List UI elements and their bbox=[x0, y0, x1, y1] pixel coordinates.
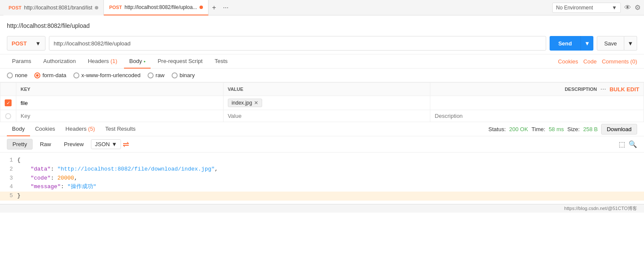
key-cell-1 bbox=[16, 96, 224, 110]
key-input-1[interactable] bbox=[21, 100, 219, 106]
radio-form-data bbox=[34, 72, 40, 78]
method-selector[interactable]: POST ▼ bbox=[7, 36, 45, 51]
tab-headers[interactable]: Headers (1) bbox=[83, 54, 123, 69]
json-line-3: 3 "code": 20000, bbox=[0, 174, 644, 183]
time-label: Time: bbox=[532, 126, 545, 132]
url-bar-area: http://localhost:8082/file/upload bbox=[0, 15, 644, 33]
more-options-button[interactable]: ··· bbox=[600, 85, 606, 93]
body-type-binary[interactable]: binary bbox=[172, 72, 195, 78]
tab-tests[interactable]: Tests bbox=[209, 54, 233, 69]
send-arrow-button[interactable]: ▼ bbox=[581, 36, 593, 51]
row-checkbox-2[interactable] bbox=[0, 110, 16, 122]
description-cell-1[interactable] bbox=[430, 96, 644, 110]
response-tab-cookies[interactable]: Cookies bbox=[30, 122, 60, 136]
url-input[interactable] bbox=[49, 36, 546, 51]
file-name: index.jpg bbox=[232, 100, 252, 106]
checkbox-checked bbox=[5, 99, 12, 106]
col-value: VALUE bbox=[223, 83, 430, 96]
tab-params[interactable]: Params bbox=[7, 54, 36, 69]
top-right: No Environment ▼ 👁 ⚙ bbox=[552, 3, 641, 13]
radio-raw bbox=[148, 72, 154, 78]
code-link[interactable]: Code bbox=[584, 58, 597, 65]
tab-actions: + ··· bbox=[210, 2, 230, 13]
save-button[interactable]: Save bbox=[597, 36, 624, 51]
gear-icon-button[interactable]: ⚙ bbox=[635, 3, 641, 12]
form-data-table: KEY VALUE DESCRIPTION ··· Bulk Edit inde… bbox=[0, 82, 644, 122]
size-label: Size: bbox=[567, 126, 580, 132]
description-cell-2 bbox=[430, 110, 644, 122]
json-toolbar: Pretty Raw Preview JSON ▼ ⇌ ⬚ 🔍 bbox=[0, 136, 644, 153]
chevron-down-icon: ▼ bbox=[35, 40, 41, 47]
value-input-2[interactable] bbox=[228, 113, 426, 119]
json-line-1: 1 { bbox=[0, 156, 644, 165]
remove-file-button[interactable]: ✕ bbox=[254, 100, 258, 106]
value-cell-1: index.jpg ✕ bbox=[223, 96, 430, 110]
copy-button[interactable]: ⬚ bbox=[619, 140, 625, 148]
environment-selector[interactable]: No Environment ▼ bbox=[552, 3, 621, 13]
key-cell-2 bbox=[16, 110, 224, 122]
tab-dot-1 bbox=[95, 6, 98, 9]
line-number-1: 1 bbox=[0, 156, 17, 165]
more-tabs-button[interactable]: ··· bbox=[221, 2, 230, 13]
tab-2[interactable]: POST http://localhost:8082/file/uploa... bbox=[104, 0, 209, 15]
request-tabs: Params Authorization Headers (1) Body ● … bbox=[0, 54, 644, 69]
table-row bbox=[0, 110, 644, 122]
tab-prerequest[interactable]: Pre-request Script bbox=[152, 54, 208, 69]
radio-urlencoded bbox=[73, 72, 79, 78]
eye-icon-button[interactable]: 👁 bbox=[624, 4, 631, 12]
key-input-2[interactable] bbox=[21, 113, 219, 119]
response-tab-headers[interactable]: Headers (5) bbox=[60, 122, 100, 136]
tab-1[interactable]: POST http://localhost:8081/brand/list bbox=[3, 0, 104, 15]
checkbox-empty bbox=[5, 113, 11, 119]
radio-binary bbox=[172, 72, 178, 78]
comments-link[interactable]: Comments (0) bbox=[602, 58, 637, 65]
row-checkbox-1[interactable] bbox=[0, 96, 16, 110]
status-label: Status: bbox=[488, 126, 505, 132]
response-tab-test-results[interactable]: Test Results bbox=[100, 122, 141, 136]
request-bar: POST ▼ Send ▼ Save ▼ bbox=[0, 33, 644, 54]
tab-authorization[interactable]: Authorization bbox=[38, 54, 81, 69]
body-type-form-data[interactable]: form-data bbox=[34, 72, 67, 78]
chevron-down-icon: ▼ bbox=[612, 5, 617, 11]
bulk-edit-button[interactable]: Bulk Edit bbox=[610, 86, 639, 93]
body-type-raw[interactable]: raw bbox=[148, 72, 165, 78]
cookies-link[interactable]: Cookies bbox=[558, 58, 578, 65]
download-button[interactable]: Download bbox=[601, 124, 637, 135]
json-actions: ⬚ 🔍 bbox=[619, 140, 637, 148]
pretty-view-button[interactable]: Pretty bbox=[7, 139, 33, 150]
tab-body[interactable]: Body ● bbox=[124, 54, 151, 69]
json-line-4: 4 "message": "操作成功" bbox=[0, 183, 644, 192]
line-number-2: 2 bbox=[0, 165, 17, 174]
json-line-2: 2 "data": "http://localhost:8082/file/do… bbox=[0, 165, 644, 174]
wrap-button[interactable]: ⇌ bbox=[123, 140, 129, 149]
footer-right: https://blog.csdn.net/@51CTO博客 bbox=[564, 205, 637, 212]
page-title: http://localhost:8082/file/upload bbox=[7, 19, 637, 33]
line-number-5: 5 bbox=[0, 192, 17, 201]
new-tab-button[interactable]: + bbox=[210, 2, 218, 13]
response-tab-body[interactable]: Body bbox=[7, 122, 30, 136]
status-value: 200 OK bbox=[509, 126, 528, 132]
size-value: 258 B bbox=[583, 126, 598, 132]
description-input-2[interactable] bbox=[435, 113, 639, 119]
radio-none bbox=[7, 72, 13, 78]
preview-view-button[interactable]: Preview bbox=[58, 139, 89, 150]
save-arrow-button[interactable]: ▼ bbox=[624, 36, 637, 51]
file-tag: index.jpg ✕ bbox=[228, 99, 262, 107]
method-label: POST bbox=[12, 40, 27, 47]
format-selector[interactable]: JSON ▼ bbox=[91, 139, 121, 149]
raw-view-button[interactable]: Raw bbox=[34, 139, 57, 150]
send-button[interactable]: Send bbox=[550, 36, 581, 51]
tab-bar: POST http://localhost:8081/brand/list PO… bbox=[0, 0, 644, 15]
tab-url-2: http://localhost:8082/file/uploa... bbox=[124, 4, 197, 10]
body-type-none[interactable]: none bbox=[7, 72, 27, 78]
save-button-group: Save ▼ bbox=[597, 36, 637, 51]
tab-method-2: POST bbox=[109, 5, 122, 10]
format-label: JSON bbox=[95, 141, 110, 147]
body-type-urlencoded[interactable]: x-www-form-urlencoded bbox=[73, 72, 141, 78]
env-label: No Environment bbox=[556, 5, 593, 11]
response-info: Status: 200 OK Time: 58 ms Size: 258 B D… bbox=[488, 124, 637, 135]
line-number-3: 3 bbox=[0, 174, 17, 183]
line-number-4: 4 bbox=[0, 183, 17, 192]
search-button[interactable]: 🔍 bbox=[629, 140, 637, 148]
body-type-row: none form-data x-www-form-urlencoded raw… bbox=[0, 69, 644, 82]
